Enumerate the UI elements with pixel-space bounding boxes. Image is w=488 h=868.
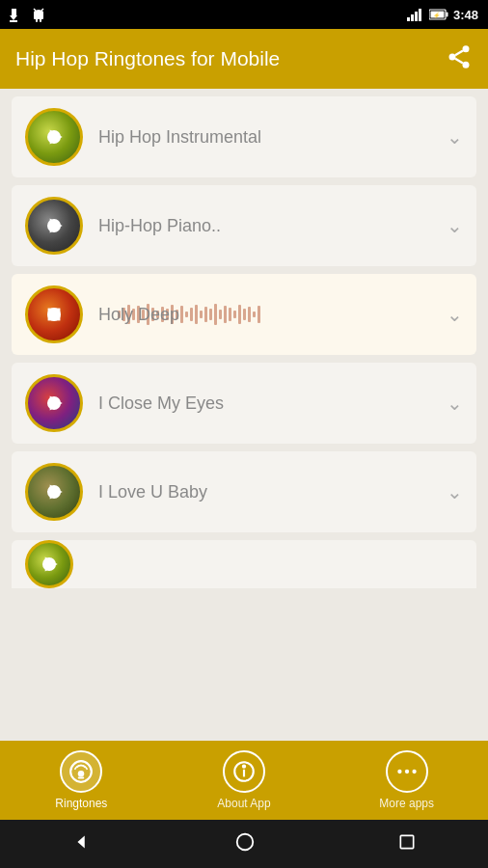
share-button[interactable] xyxy=(446,43,473,74)
svg-line-5 xyxy=(34,9,36,11)
chevron-1[interactable]: ⌄ xyxy=(447,125,463,149)
svg-point-17 xyxy=(463,62,470,68)
svg-point-35 xyxy=(237,833,254,850)
play-button-6[interactable] xyxy=(28,543,70,585)
more-icon-circle xyxy=(386,750,428,793)
chevron-5[interactable]: ⌄ xyxy=(447,480,463,503)
album-art-3 xyxy=(25,285,83,343)
song-list: Hip Hop Instrumental ⌄ Hip-Hop Piano.. ⌄… xyxy=(0,89,488,741)
svg-line-19 xyxy=(455,51,463,56)
song-item-2[interactable]: Hip-Hop Piano.. ⌄ xyxy=(12,185,476,266)
about-label: About App xyxy=(217,797,270,810)
svg-marker-25 xyxy=(45,556,58,571)
more-dots-icon xyxy=(394,759,420,784)
album-art-5 xyxy=(25,463,83,521)
download-icon xyxy=(10,7,25,22)
status-time: 3:48 xyxy=(453,8,478,22)
status-bar-left xyxy=(10,7,46,22)
chevron-2[interactable]: ⌄ xyxy=(447,214,463,237)
song-name-3: Holy Deep xyxy=(98,305,439,325)
song-item-3[interactable]: Holy Deep xyxy=(12,274,476,355)
stop-button-3[interactable] xyxy=(28,288,80,340)
song-name-1: Hip Hop Instrumental xyxy=(98,127,439,148)
ringtones-label: Ringtones xyxy=(55,797,107,810)
album-art-1 xyxy=(25,108,83,166)
svg-rect-8 xyxy=(411,14,414,21)
svg-rect-22 xyxy=(48,309,61,321)
album-art-6 xyxy=(25,540,73,588)
song-item-5[interactable]: I Love U Baby ⌄ xyxy=(12,451,476,532)
svg-rect-36 xyxy=(401,835,414,848)
svg-marker-20 xyxy=(50,129,63,144)
share-icon xyxy=(446,43,473,70)
svg-marker-34 xyxy=(77,835,84,848)
svg-point-26 xyxy=(78,771,85,777)
song-name-4: I Close My Eyes xyxy=(98,393,439,414)
home-button[interactable] xyxy=(234,831,256,857)
svg-line-18 xyxy=(455,59,463,64)
song-name-2: Hip-Hop Piano.. xyxy=(98,216,439,236)
chevron-3[interactable]: ⌄ xyxy=(447,303,463,326)
info-icon xyxy=(231,759,257,784)
app-title: Hip Hop Ringtones for Mobile xyxy=(15,47,280,70)
svg-line-6 xyxy=(41,9,43,11)
song-name-5: I Love U Baby xyxy=(98,482,439,502)
song-item-1[interactable]: Hip Hop Instrumental ⌄ xyxy=(12,96,476,177)
status-bar: ⚡ 3:48 xyxy=(0,0,488,29)
svg-rect-9 xyxy=(415,12,418,21)
svg-point-15 xyxy=(463,45,470,52)
battery-icon: ⚡ xyxy=(429,9,448,20)
svg-text:⚡: ⚡ xyxy=(433,12,441,19)
svg-point-31 xyxy=(397,770,401,773)
album-art-4 xyxy=(25,374,83,432)
svg-marker-24 xyxy=(50,484,63,499)
song-item-4[interactable]: I Close My Eyes ⌄ xyxy=(12,363,476,444)
play-button-5[interactable] xyxy=(28,466,80,518)
chevron-4[interactable]: ⌄ xyxy=(447,392,463,415)
svg-rect-2 xyxy=(10,20,17,22)
nav-item-about[interactable]: About App xyxy=(205,750,283,810)
ringtones-icon xyxy=(68,759,94,784)
svg-point-33 xyxy=(412,770,416,773)
about-icon-circle xyxy=(223,750,265,793)
play-button-4[interactable] xyxy=(28,377,80,429)
song-item-partial-6[interactable] xyxy=(12,540,476,588)
svg-marker-1 xyxy=(10,15,17,20)
recent-button[interactable] xyxy=(397,832,417,856)
app-header: Hip Hop Ringtones for Mobile xyxy=(0,29,488,89)
play-button-2[interactable] xyxy=(28,200,80,252)
svg-marker-23 xyxy=(50,395,63,410)
album-art-2 xyxy=(25,197,83,255)
svg-rect-0 xyxy=(12,9,16,15)
system-nav-bar xyxy=(0,820,488,868)
bottom-nav: Ringtones About App More apps xyxy=(0,741,488,820)
svg-point-30 xyxy=(243,766,245,768)
nav-item-ringtones[interactable]: Ringtones xyxy=(42,750,120,810)
svg-rect-7 xyxy=(407,17,410,21)
play-button-1[interactable] xyxy=(28,111,80,163)
svg-rect-10 xyxy=(419,9,421,21)
nav-item-more[interactable]: More apps xyxy=(368,750,446,810)
back-button[interactable] xyxy=(71,831,93,857)
svg-rect-27 xyxy=(78,776,85,778)
svg-rect-12 xyxy=(446,13,447,17)
signal-icon xyxy=(407,8,424,21)
more-label: More apps xyxy=(379,797,434,810)
svg-marker-21 xyxy=(50,218,63,232)
android-icon xyxy=(31,7,46,22)
status-bar-right: ⚡ 3:48 xyxy=(407,8,478,22)
ringtones-icon-circle xyxy=(60,750,102,793)
svg-point-16 xyxy=(449,54,456,61)
svg-point-32 xyxy=(404,770,408,773)
